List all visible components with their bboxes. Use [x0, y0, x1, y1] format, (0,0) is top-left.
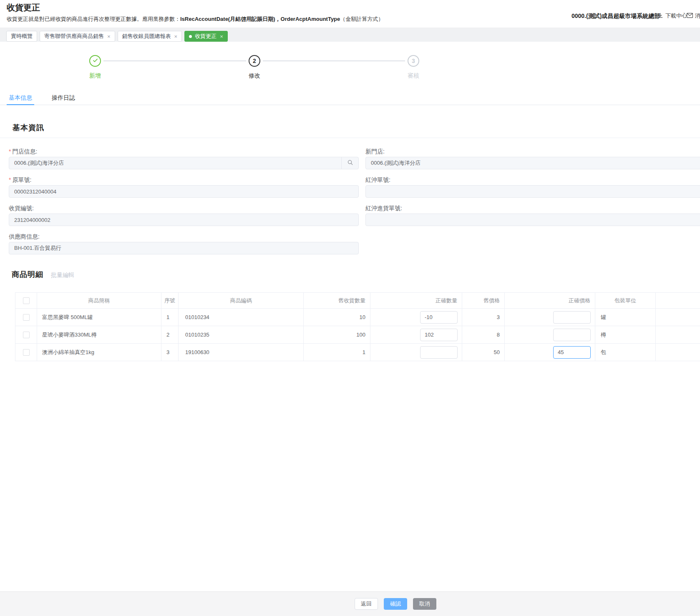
row-checkbox[interactable] — [23, 332, 30, 338]
field-label: 收貨編號: — [9, 204, 359, 212]
close-icon[interactable]: × — [220, 34, 223, 39]
supplier-info-input[interactable] — [9, 242, 358, 254]
required-asterisk: * — [9, 148, 11, 155]
download-center-label: 下載中心 — [665, 12, 687, 20]
correct-qty-input[interactable] — [420, 329, 458, 341]
cell-package-unit: 樽 — [595, 326, 656, 344]
check-icon — [92, 57, 98, 65]
cell-extra — [656, 309, 700, 326]
store-info-input[interactable] — [9, 157, 341, 169]
field-supplier-info: 供應商信息: — [9, 233, 359, 254]
column-header-package-unit: 包裝單位 — [595, 293, 656, 309]
correct-price-input[interactable] — [553, 329, 591, 341]
column-header-old-price: 舊價格 — [462, 293, 505, 309]
tab-label: 實時概覽 — [11, 33, 33, 40]
product-table: 商品簡稱 序號 商品編碼 舊收貨數量 正確數量 舊價格 正確價格 包裝單位 富思… — [15, 292, 700, 361]
cell-product-name: 澳洲小綿羊抽真空1kg — [37, 344, 161, 361]
correct-price-input[interactable] — [553, 346, 591, 359]
back-button[interactable]: 返回 — [355, 598, 378, 610]
row-checkbox[interactable] — [23, 314, 30, 321]
cell-extra — [656, 344, 700, 361]
cell-select — [15, 326, 37, 344]
footer-buttons: 返回 確認 取消 — [355, 598, 436, 610]
field-red-flush-purchase: 紅沖進貨單號: — [365, 204, 700, 226]
cell-correct-qty — [370, 326, 462, 344]
confirm-button[interactable]: 確認 — [384, 598, 407, 610]
cancel-button[interactable]: 取消 — [413, 598, 436, 610]
table-header-row: 商品簡稱 序號 商品編碼 舊收貨數量 正確數量 舊價格 正確價格 包裝單位 — [15, 293, 700, 309]
tab-realtime-overview[interactable]: 實時概覽 — [6, 31, 37, 42]
red-flush-purchase-input[interactable] — [366, 214, 700, 226]
step-circle-add — [89, 55, 101, 67]
field-label: 紅沖進貨單號: — [365, 204, 700, 212]
topbar: 收貨更正 收貨更正就是對已經收貨的商品進行再次整理更正數據。應用業務參數：IsR… — [0, 0, 700, 28]
tab-label: 收貨更正 — [195, 33, 217, 40]
step-label-audit: 審核 — [396, 72, 431, 80]
cell-old-price: 8 — [462, 326, 505, 344]
page-description-text: 收貨更正就是對已經收貨的商品進行再次整理更正數據。應用業務參數： — [7, 16, 180, 22]
field-red-flush-order: 紅沖單號: — [365, 176, 700, 198]
open-tabs-bar: 實時概覽 寄售聯營供應商商品銷售 × 銷售收銀員匯總報表 × 收貨更正 × — [0, 28, 700, 42]
red-flush-order-input-box — [365, 185, 700, 198]
store-info-input-box — [9, 157, 359, 169]
detail-tabs: 基本信息 操作日誌 — [0, 92, 700, 105]
download-center-link[interactable]: 下載中心 — [657, 12, 687, 20]
field-label: *門店信息: — [9, 148, 359, 155]
active-tab-dot-icon — [189, 35, 192, 38]
batch-edit-link[interactable]: 批量編輯 — [51, 272, 74, 279]
product-table-wrap: 商品簡稱 序號 商品編碼 舊收貨數量 正確數量 舊價格 正確價格 包裝單位 富思… — [15, 292, 700, 361]
cell-correct-price — [505, 309, 595, 326]
table-row: 富思黑麥啤 500ML罐 1 01010234 10 3 罐 — [15, 309, 700, 326]
step-label-modify: 修改 — [237, 72, 272, 80]
cell-select — [15, 309, 37, 326]
store-search-button[interactable] — [341, 157, 358, 169]
red-flush-order-input[interactable] — [366, 186, 700, 197]
tab-operation-log[interactable]: 操作日誌 — [50, 92, 77, 105]
step-number: 3 — [412, 58, 415, 64]
field-label: 供應商信息: — [9, 233, 359, 240]
page-description: 收貨更正就是對已經收貨的商品進行再次整理更正數據。應用業務參數：IsRecAcc… — [7, 15, 383, 23]
main-content: 2 3 新增 修改 審核 基本信息 操作日誌 基本資訊 *門店信息: — [0, 42, 700, 591]
new-store-input[interactable] — [366, 157, 700, 169]
original-order-input-box — [9, 185, 359, 198]
step-circle-audit: 3 — [408, 55, 419, 67]
field-new-store: 新門店: — [365, 148, 700, 169]
correct-price-input[interactable] — [553, 311, 591, 324]
page-description-params: IsRecAccountDate(月結啓用記賬日期)，OrderAcptAmou… — [180, 16, 340, 22]
field-receipt-number: 收貨編號: — [9, 204, 359, 226]
step-connector — [103, 60, 246, 61]
form-column-left: *門店信息: *原單號: 收貨編號: — [9, 148, 359, 261]
step-number: 2 — [253, 58, 256, 64]
cell-product-name: 星琥小麥啤酒330ML樽 — [37, 326, 161, 344]
red-flush-purchase-input-box — [365, 214, 700, 226]
cell-product-code: 01010234 — [179, 309, 304, 326]
close-icon[interactable]: × — [107, 34, 111, 39]
tab-cashier-summary-report[interactable]: 銷售收銀員匯總報表 × — [118, 31, 182, 42]
step-connector — [263, 60, 405, 61]
tab-basic-info[interactable]: 基本信息 — [7, 92, 34, 105]
tab-receipt-correction[interactable]: 收貨更正 × — [184, 31, 228, 42]
column-header-correct-qty: 正確數量 — [370, 293, 462, 309]
required-asterisk: * — [9, 176, 11, 183]
page-title: 收貨更正 — [7, 2, 40, 13]
basic-info-form: *門店信息: *原單號: 收貨編號: — [0, 138, 700, 261]
correct-qty-input[interactable] — [420, 346, 458, 359]
cell-package-unit: 罐 — [595, 309, 656, 326]
close-icon[interactable]: × — [174, 34, 178, 39]
cell-correct-price — [505, 326, 595, 344]
cell-seq: 1 — [161, 309, 179, 326]
original-order-input[interactable] — [9, 186, 358, 197]
table-row: 星琥小麥啤酒330ML樽 2 01010235 100 8 樽 — [15, 326, 700, 344]
message-link[interactable]: 消 — [687, 12, 700, 20]
cell-product-code: 01010235 — [179, 326, 304, 344]
cell-correct-qty — [370, 309, 462, 326]
correct-qty-input[interactable] — [420, 311, 458, 324]
row-checkbox[interactable] — [23, 349, 30, 356]
page-description-suffix: （金額計算方式） — [340, 16, 383, 22]
cell-product-name: 富思黑麥啤 500ML罐 — [37, 309, 161, 326]
action-footer: 返回 確認 取消 — [0, 591, 700, 616]
select-all-checkbox[interactable] — [23, 297, 30, 304]
receipt-number-input-box — [9, 214, 359, 226]
receipt-number-input[interactable] — [9, 214, 358, 226]
tab-consignment-supplier-sales[interactable]: 寄售聯營供應商商品銷售 × — [40, 31, 115, 42]
